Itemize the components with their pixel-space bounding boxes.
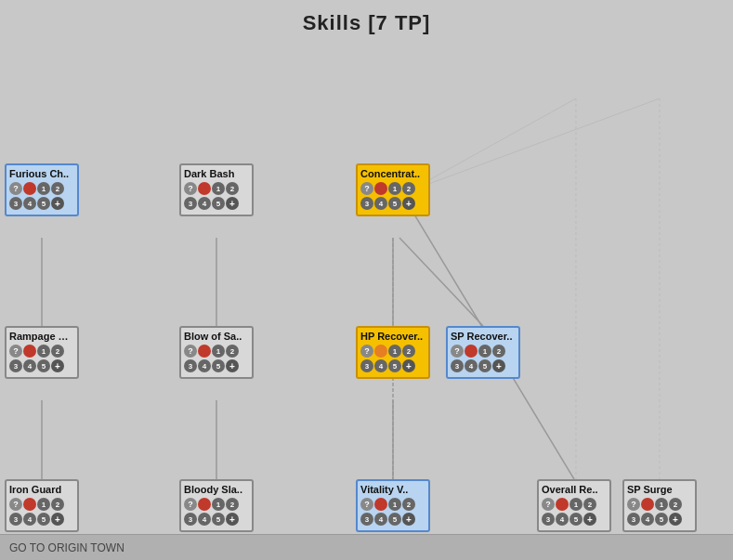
skill-dots-row1-sp-recover: ?12 [451, 345, 516, 358]
dot-?: ? [360, 498, 373, 511]
skill-dots-row2-bloody-sla: 345+ [184, 513, 249, 526]
page-title: Skills [7 TP] [0, 0, 733, 43]
skill-card-blow-of-sa[interactable]: Blow of Sa..?12345+ [179, 326, 254, 379]
bottom-bar-text: GO TO ORIGIN TOWN [9, 541, 124, 554]
skill-card-bloody-sla[interactable]: Bloody Sla..?12345+ [179, 479, 254, 532]
skill-dots-row2-concentrate: 345+ [360, 197, 425, 210]
dot-1: 1 [37, 182, 50, 195]
dot-orange [374, 345, 387, 358]
dot-5: 5 [212, 197, 225, 210]
skill-title-overall-re: Overall Re.. [542, 484, 607, 495]
skill-title-dark-bash: Dark Bash [184, 168, 249, 179]
dot-3: 3 [627, 513, 640, 526]
dot-+: + [51, 513, 64, 526]
dot-red [465, 345, 478, 358]
dot-2: 2 [51, 182, 64, 195]
dot-+: + [226, 359, 239, 372]
skill-title-sp-recover: SP Recover.. [451, 331, 516, 342]
skill-card-sp-surge[interactable]: SP Surge?12345+ [622, 479, 697, 532]
skill-dots-row1-rampage-wa: ?12 [9, 345, 74, 358]
dot-?: ? [184, 498, 197, 511]
skill-card-hp-recover[interactable]: HP Recover..?12345+ [356, 326, 430, 379]
skill-card-dark-bash[interactable]: Dark Bash?12345+ [179, 163, 254, 216]
skill-dots-row1-bloody-sla: ?12 [184, 498, 249, 511]
dot-3: 3 [360, 359, 373, 372]
dot-red [198, 345, 211, 358]
dot-5: 5 [37, 197, 50, 210]
dot-?: ? [451, 345, 464, 358]
dot-5: 5 [388, 359, 401, 372]
dot-3: 3 [9, 359, 22, 372]
skill-title-rampage-wa: Rampage Wa.. [9, 331, 74, 342]
dot-3: 3 [9, 197, 22, 210]
dot-red [556, 498, 569, 511]
skill-card-furious-ch[interactable]: Furious Ch..?12345+ [5, 163, 79, 216]
dot-+: + [226, 197, 239, 210]
dot-1: 1 [388, 498, 401, 511]
dot-4: 4 [374, 359, 387, 372]
dot-2: 2 [492, 345, 505, 358]
dot-red [641, 498, 654, 511]
dot-5: 5 [388, 197, 401, 210]
dot-3: 3 [360, 513, 373, 526]
dot-red [198, 182, 211, 195]
dot-+: + [492, 359, 505, 372]
dot-+: + [669, 513, 682, 526]
dot-1: 1 [388, 345, 401, 358]
dot-3: 3 [360, 197, 373, 210]
skill-dots-row2-sp-recover: 345+ [451, 359, 516, 372]
skill-title-sp-surge: SP Surge [627, 484, 692, 495]
dot-?: ? [542, 498, 555, 511]
dot-+: + [402, 513, 415, 526]
skill-title-hp-recover: HP Recover.. [360, 331, 425, 342]
skill-dots-row1-hp-recover: ?12 [360, 345, 425, 358]
skill-dots-row2-dark-bash: 345+ [184, 197, 249, 210]
dot-3: 3 [542, 513, 555, 526]
dot-+: + [51, 197, 64, 210]
skill-dots-row2-iron-guard: 345+ [9, 513, 74, 526]
skill-title-iron-guard: Iron Guard [9, 484, 74, 495]
skill-dots-row1-iron-guard: ?12 [9, 498, 74, 511]
dot-+: + [226, 513, 239, 526]
dot-4: 4 [198, 513, 211, 526]
skill-card-sp-recover[interactable]: SP Recover..?12345+ [446, 326, 520, 379]
dot-red [198, 498, 211, 511]
dot-4: 4 [23, 513, 36, 526]
skill-title-vitality-v: Vitality V.. [360, 484, 425, 495]
dot-?: ? [9, 498, 22, 511]
skill-dots-row2-furious-ch: 345+ [9, 197, 74, 210]
skill-dots-row2-overall-re: 345+ [542, 513, 607, 526]
skill-dots-row1-vitality-v: ?12 [360, 498, 425, 511]
dot-3: 3 [184, 197, 197, 210]
dot-+: + [402, 359, 415, 372]
dot-red [23, 498, 36, 511]
dot-1: 1 [37, 498, 50, 511]
skill-card-rampage-wa[interactable]: Rampage Wa..?12345+ [5, 326, 79, 379]
dot-3: 3 [451, 359, 464, 372]
skill-card-vitality-v[interactable]: Vitality V..?12345+ [356, 479, 430, 532]
dot-4: 4 [465, 359, 478, 372]
dot-?: ? [184, 182, 197, 195]
dot-5: 5 [212, 359, 225, 372]
dot-2: 2 [226, 498, 239, 511]
dot-4: 4 [23, 359, 36, 372]
skill-title-bloody-sla: Bloody Sla.. [184, 484, 249, 495]
dot-4: 4 [198, 197, 211, 210]
dot-5: 5 [37, 359, 50, 372]
skill-dots-row2-hp-recover: 345+ [360, 359, 425, 372]
skill-card-overall-re[interactable]: Overall Re..?12345+ [537, 479, 611, 532]
dot-+: + [583, 513, 596, 526]
skill-dots-row1-dark-bash: ?12 [184, 182, 249, 195]
svg-line-3 [399, 238, 483, 326]
skill-dots-row2-rampage-wa: 345+ [9, 359, 74, 372]
dot-4: 4 [198, 359, 211, 372]
dot-?: ? [9, 345, 22, 358]
dot-5: 5 [655, 513, 668, 526]
dot-?: ? [9, 182, 22, 195]
dot-5: 5 [388, 513, 401, 526]
skill-card-iron-guard[interactable]: Iron Guard?12345+ [5, 479, 79, 532]
skill-title-blow-of-sa: Blow of Sa.. [184, 331, 249, 342]
dot-4: 4 [641, 513, 654, 526]
skill-card-concentrate[interactable]: Concentrat..?12345+ [356, 163, 430, 216]
skill-dots-row2-vitality-v: 345+ [360, 513, 425, 526]
